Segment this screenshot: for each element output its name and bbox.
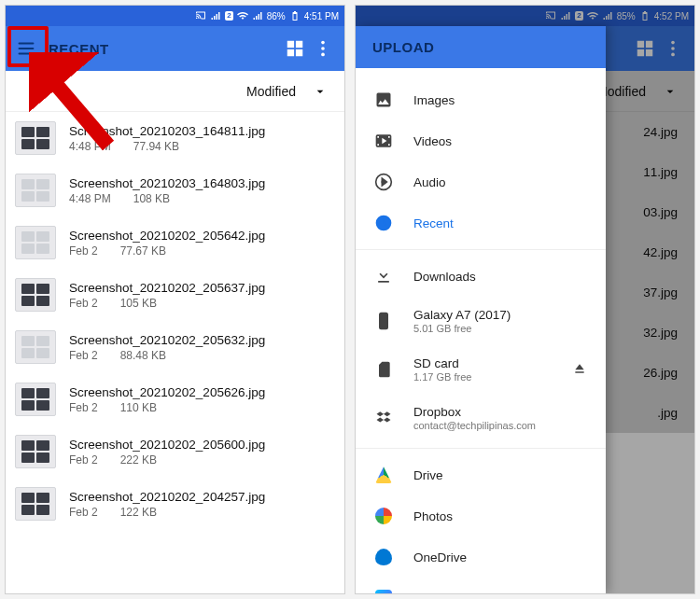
sort-bar[interactable]: Modified [6,71,344,112]
file-time: Feb 2 [69,506,98,519]
file-thumbnail [15,435,56,468]
svg-point-15 [671,41,675,45]
drawer-item-audio[interactable]: Audio [356,161,606,202]
drawer-item-videos[interactable]: Videos [356,120,606,161]
sim-badge: 2 [225,11,232,21]
file-name: Screenshot_20210202_205632.jpg [69,333,331,347]
overflow-icon[interactable] [313,38,333,59]
recent-icon [374,214,393,232]
drawer-item-label: OneDrive [413,550,587,564]
drawer-item-onedrive[interactable]: OneDrive [356,536,606,578]
file-size: 77.67 KB [120,244,166,258]
drawer-body: Images Videos Audio Recent [356,68,606,593]
page-title: RECENT [47,41,285,57]
svg-point-16 [671,47,675,50]
file-size: 88.48 KB [120,349,166,362]
svg-point-7 [321,41,325,45]
file-row[interactable]: Screenshot_20210202_205626.jpg Feb 2 110… [6,373,344,425]
images-icon [374,91,393,109]
drawer-item-sdcard[interactable]: SD card 1.17 GB free [356,345,606,394]
file-time: Feb 2 [69,244,98,258]
sort-label: Modified [246,84,296,99]
drawer-item-label: Photos [413,509,587,523]
drawer-item-sound[interactable]: Sound picker [356,578,606,593]
file-name-tail: 42.jpg [643,245,678,259]
drawer-item-label: Images [413,93,587,107]
statusbar: 2 85% 4:52 PM [356,6,694,26]
drawer-item-label: Downloads [413,270,587,284]
svg-rect-5 [287,49,294,56]
file-time: Feb 2 [69,297,98,310]
file-name: Screenshot_20210202_205637.jpg [69,281,331,295]
wifi-icon [587,10,598,21]
statusbar: 2 86% 4:51 PM [6,6,344,26]
battery-icon [289,10,301,21]
drive-icon [374,466,393,484]
drawer-item-dropbox[interactable]: Dropbox contact@techpilipinas.com [356,394,606,442]
dropbox-icon [374,409,393,427]
file-name-tail: 26.jpg [643,366,678,380]
videos-icon [374,132,393,150]
drawer-item-images[interactable]: Images [356,79,606,120]
file-row[interactable]: Screenshot_20210203_164803.jpg 4:48 PM 1… [6,164,344,216]
drawer-item-sub: 5.01 GB free [413,323,587,334]
audio-icon [374,173,393,191]
grid-view-icon[interactable] [285,38,305,59]
drawer-item-label: Audio [413,175,587,189]
file-size: 105 KB [120,297,157,310]
svg-point-8 [321,47,325,50]
sound-icon [374,589,393,593]
drawer-item-label: Dropbox contact@techpilipinas.com [413,405,587,431]
file-list: Screenshot_20210203_164811.jpg 4:48 PM 7… [6,112,344,530]
svg-rect-4 [296,41,302,48]
file-info: Screenshot_20210202_205642.jpg Feb 2 77.… [69,229,331,258]
drawer-item-label: Recent [413,216,587,230]
file-name: Screenshot_20210202_204257.jpg [69,490,331,504]
cast-icon [195,10,206,21]
drawer-item-label: Sound picker [413,592,587,593]
file-thumbnail [15,278,56,312]
appbar: RECENT [6,26,344,71]
svg-rect-14 [646,49,652,56]
file-info: Screenshot_20210202_205600.jpg Feb 2 222… [69,438,331,467]
file-time: Feb 2 [69,401,98,414]
clock: 4:52 PM [654,11,689,21]
file-thumbnail [15,174,56,207]
file-name-tail: 03.jpg [643,205,678,219]
file-name: Screenshot_20210203_164803.jpg [69,176,331,190]
drawer-item-sub: 1.17 GB free [413,371,552,383]
file-size: 77.94 KB [133,140,179,153]
svg-rect-12 [646,41,652,48]
file-time: Feb 2 [69,453,98,467]
file-row[interactable]: Screenshot_20210202_205600.jpg Feb 2 222… [6,425,344,478]
eject-button[interactable] [572,361,587,379]
file-row[interactable]: Screenshot_20210202_205637.jpg Feb 2 105… [6,269,344,321]
drawer-item-drive[interactable]: Drive [356,454,606,495]
file-size: 108 KB [133,192,170,205]
file-name: Screenshot_20210202_205600.jpg [69,438,331,452]
file-row[interactable]: Screenshot_20210202_205632.jpg Feb 2 88.… [6,321,344,373]
file-thumbnail [15,226,56,259]
drawer-item-recent[interactable]: Recent [356,202,606,244]
chevron-down-icon [313,84,328,99]
file-size: 222 KB [120,453,157,467]
drawer-item-device[interactable]: Galaxy A7 (2017) 5.01 GB free [356,297,606,345]
signal2-icon [602,10,613,21]
drawer-item-downloads[interactable]: Downloads [356,256,606,297]
battery-pct: 86% [267,11,286,21]
file-row[interactable]: Screenshot_20210203_164811.jpg 4:48 PM 7… [6,112,344,164]
file-name-tail: 11.jpg [643,165,678,179]
drawer-item-label: Videos [413,134,587,148]
file-thumbnail [15,487,56,521]
drawer-item-photos[interactable]: Photos [356,495,606,536]
svg-point-17 [671,53,675,57]
file-row[interactable]: Screenshot_20210202_205642.jpg Feb 2 77.… [6,216,344,269]
menu-button[interactable] [6,28,47,69]
file-row[interactable]: Screenshot_20210202_204257.jpg Feb 2 122… [6,478,344,530]
file-info: Screenshot_20210202_205626.jpg Feb 2 110… [69,385,331,414]
file-time: Feb 2 [69,349,98,362]
drawer-item-sub: contact@techpilipinas.com [413,420,587,431]
svg-rect-13 [637,49,644,56]
file-name: Screenshot_20210202_205642.jpg [69,229,331,243]
cast-icon [545,10,556,21]
